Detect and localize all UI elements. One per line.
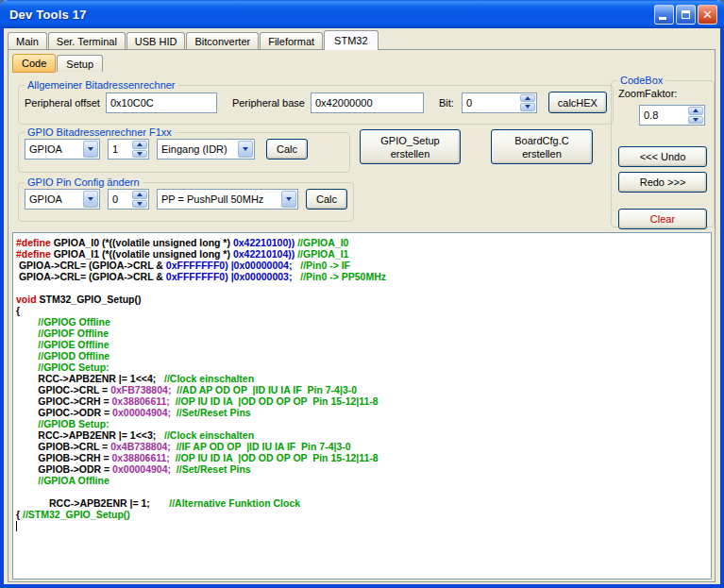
app-window: Dev Tools 17 ✕ MainSer. TerminalUSB HIDB… [0, 0, 724, 588]
group-codebox: CodeBox ZoomFaktor: <<< Undo Redo >>> Cl… [611, 75, 715, 227]
gpio-calc-button[interactable]: Calc [266, 139, 308, 160]
pinconfig-calc-button[interactable]: Calc [306, 189, 347, 210]
code-line: //GPIOD Offline [16, 350, 708, 361]
combo-dropdown-button[interactable] [238, 141, 253, 158]
spinner-down-button[interactable] [688, 116, 703, 125]
chevron-down-icon [88, 147, 93, 151]
code-line: { [16, 305, 708, 316]
peripheral-base-input[interactable] [311, 92, 424, 113]
code-line: { //STM32_GPIO_Setup() [16, 509, 708, 520]
gpio-setup-button-line2: erstellen [391, 147, 430, 160]
tab-main[interactable]: Main [8, 32, 47, 49]
pinconfig-mode-value: PP = PushPull 50MHz [158, 193, 280, 205]
window-title: Dev Tools 17 [9, 8, 87, 22]
code-line: #define GPIOA_I0 (*((volatile unsigned l… [16, 237, 708, 248]
code-line: //GPIOC Setup: [16, 361, 708, 373]
bit-spinner-input[interactable] [463, 93, 519, 112]
spinner-up-button[interactable] [688, 107, 703, 115]
clear-button[interactable]: Clear [618, 209, 707, 229]
code-line: GPIOC->CRH = 0x38806611; //OP IU ID IA |… [16, 395, 708, 407]
spinner-down-button[interactable] [132, 150, 147, 159]
combo-dropdown-button[interactable] [281, 191, 296, 208]
code-line: void STM32_GPIO_Setup() [16, 294, 708, 305]
close-icon: ✕ [702, 8, 713, 21]
gpio-setup-erstellen-button[interactable]: GPIO_Setup erstellen [360, 129, 461, 164]
pinconfig-port-value: GPIOA [25, 193, 82, 205]
peripheral-base-label: Peripheral base [232, 97, 305, 109]
group-gpio-pin-config: GPIO Pin Config ändern GPIOA PP = PushPu [18, 176, 354, 222]
spinner-down-button[interactable] [132, 200, 147, 209]
code-line [16, 486, 708, 497]
group-allgemeiner-bitadressenrechner: Allgemeiner Bitadressenrechner Periphera… [18, 79, 614, 125]
stm32-tab-panel: CodeSetup Allgemeiner Bitadressenrechner… [8, 49, 716, 582]
gpio-port-select[interactable]: GPIOA [25, 139, 100, 160]
pinconfig-pin-spinner-input[interactable] [109, 190, 131, 209]
zoomfaktor-label: ZoomFaktor: [618, 88, 707, 99]
redo-button[interactable]: Redo >>> [618, 172, 707, 193]
gpio-mode-value: Eingang (IDR) [158, 143, 237, 155]
calchex-button[interactable]: calcHEX [548, 92, 607, 113]
close-button[interactable]: ✕ [698, 5, 717, 25]
tab-stm32[interactable]: STM32 [324, 30, 378, 50]
boardcfg-button-line2: erstellen [522, 147, 562, 160]
peripheral-offset-input[interactable] [106, 92, 217, 113]
tab-ser-terminal[interactable]: Ser. Terminal [48, 32, 126, 49]
boardcfg-erstellen-button[interactable]: BoardCfg.C erstellen [491, 129, 593, 164]
gpio-setup-button-line1: GPIO_Setup [380, 134, 439, 147]
gpio-port-value: GPIOA [25, 143, 82, 155]
code-line: GPIOA->CRL= (GPIOA->CRL & 0xFFFFFFF0) |0… [16, 271, 708, 282]
gpio-mode-select[interactable]: Eingang (IDR) [157, 139, 255, 160]
group-title-pin-config: GPIO Pin Config ändern [25, 176, 143, 188]
zoomfaktor-spinner-input[interactable] [640, 106, 687, 125]
spinner-up-button[interactable] [520, 94, 535, 103]
code-line: #define GPIOA_I1 (*((volatile unsigned l… [16, 248, 708, 260]
spinner-up-button[interactable] [132, 191, 147, 199]
subtab-code[interactable]: Code [12, 54, 56, 73]
stm32-subtabstrip: CodeSetup [12, 53, 104, 72]
tab-bitconverter[interactable]: Bitconverter [186, 32, 259, 49]
combo-dropdown-button[interactable] [83, 141, 98, 158]
code-line: //GPIOE Offline [16, 339, 708, 350]
spinner-down-button[interactable] [520, 103, 535, 111]
pinconfig-port-select[interactable]: GPIOA [25, 189, 100, 210]
peripheral-offset-label: Peripheral offset [25, 97, 100, 109]
chevron-up-icon [137, 143, 143, 146]
undo-button[interactable]: <<< Undo [618, 146, 707, 167]
chevron-down-icon [243, 147, 248, 151]
maximize-button[interactable] [676, 5, 696, 25]
code-line: GPIOA->CRL= (GPIOA->CRL & 0xFFFFFFF0) |0… [16, 260, 708, 271]
minimize-icon [659, 17, 666, 20]
tab-fileformat[interactable]: Fileformat [260, 32, 323, 49]
code-editor[interactable]: #define GPIOA_I0 (*((volatile unsigned l… [12, 232, 712, 580]
bit-spinner[interactable] [462, 92, 537, 113]
pinconfig-mode-select[interactable]: PP = PushPull 50MHz [157, 189, 298, 210]
bit-label: Bit: [439, 97, 454, 109]
code-line: //GPIOB Setup: [16, 418, 708, 429]
chevron-up-icon [525, 96, 530, 100]
code-line: GPIOC->ODR = 0x00004904; //Set/Reset Pin… [16, 407, 708, 418]
code-line: GPIOB->ODR = 0x00004904; //Set/Reset Pin… [16, 463, 708, 475]
main-tabstrip: MainSer. TerminalUSB HIDBitconverterFile… [8, 30, 379, 49]
chevron-down-icon [88, 197, 93, 201]
zoomfaktor-spinner[interactable] [639, 105, 705, 126]
code-line: RCC->APB2ENR |= 1<<3; //Clock einschalte… [16, 429, 708, 441]
minimize-button[interactable] [654, 5, 674, 25]
spinner-up-button[interactable] [132, 141, 147, 149]
titlebar[interactable]: Dev Tools 17 ✕ [0, 0, 724, 28]
chevron-down-icon [693, 118, 699, 122]
code-line: //GPIOG Offline [16, 316, 708, 328]
chevron-down-icon [525, 105, 530, 109]
group-gpio-bitadressenrechner: GPIO Bitadressenrechner F1xx GPIOA Einga [18, 126, 350, 173]
code-line: GPIOB->CRH = 0x38806611; //OP IU ID IA |… [16, 452, 708, 463]
tab-usb-hid[interactable]: USB HID [126, 32, 186, 49]
window-controls: ✕ [654, 5, 717, 25]
maximize-icon [682, 10, 690, 19]
gpio-pin-spinner-input[interactable] [109, 140, 131, 159]
gpio-pin-spinner[interactable] [108, 139, 149, 160]
code-line: GPIOC->CRL = 0xFB738804; //AD AP OD OP |… [16, 384, 708, 395]
boardcfg-button-line1: BoardCfg.C [514, 134, 568, 147]
combo-dropdown-button[interactable] [83, 191, 98, 208]
group-title-codebox: CodeBox [617, 75, 665, 86]
pinconfig-pin-spinner[interactable] [108, 189, 149, 210]
subtab-setup[interactable]: Setup [57, 55, 103, 72]
